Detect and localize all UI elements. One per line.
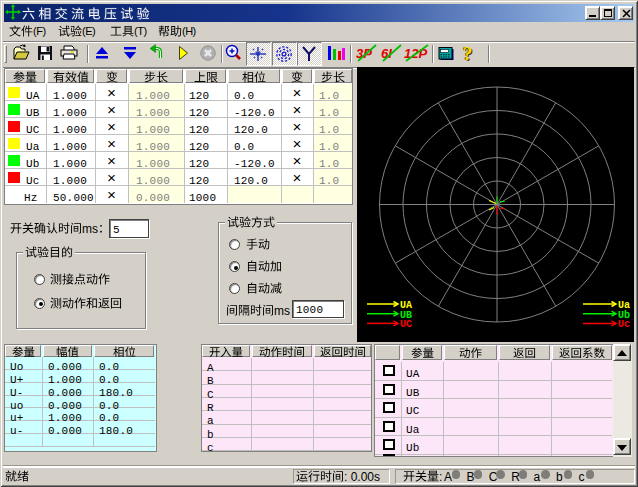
svg-text:Uc: Uc [618,319,630,330]
svg-text:UC: UC [400,319,412,330]
